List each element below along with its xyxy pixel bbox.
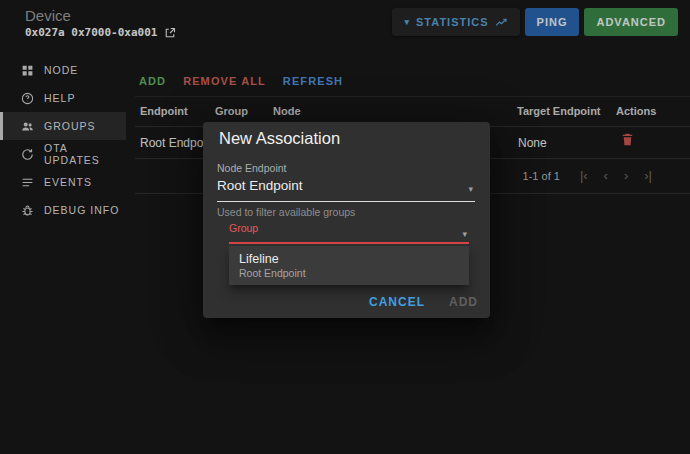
chevron-down-icon: ▾ <box>468 184 473 194</box>
node-endpoint-selected-text: Root Endpoint <box>217 178 303 193</box>
node-endpoint-helper: Used to filter available groups <box>217 206 475 218</box>
group-select-input[interactable]: ▾ <box>229 242 469 244</box>
menu-item-subtitle: Root Endpoint <box>239 267 459 279</box>
node-endpoint-value[interactable]: Root Endpoint ▾ <box>217 178 475 202</box>
new-association-dialog: New Association Node Endpoint Root Endpo… <box>203 122 490 318</box>
menu-item-title: Lifeline <box>239 252 459 266</box>
group-dropdown-menu: Lifeline Root Endpoint <box>229 246 469 285</box>
dialog-title: New Association <box>219 129 340 148</box>
node-endpoint-select: Node Endpoint Root Endpoint ▾ Used to fi… <box>217 162 475 218</box>
chevron-down-icon: ▾ <box>462 229 467 239</box>
dialog-actions: CANCEL ADD <box>369 295 478 309</box>
group-select: Group ▾ <box>229 222 469 244</box>
node-endpoint-label: Node Endpoint <box>217 162 475 174</box>
cancel-button[interactable]: CANCEL <box>369 295 425 309</box>
group-label: Group <box>229 222 469 234</box>
add-button-disabled[interactable]: ADD <box>449 295 478 309</box>
menu-item-lifeline[interactable]: Lifeline Root Endpoint <box>229 249 469 282</box>
device-page: Device 0x027a 0x7000-0xa001 ▾ STATISTICS… <box>0 0 690 454</box>
